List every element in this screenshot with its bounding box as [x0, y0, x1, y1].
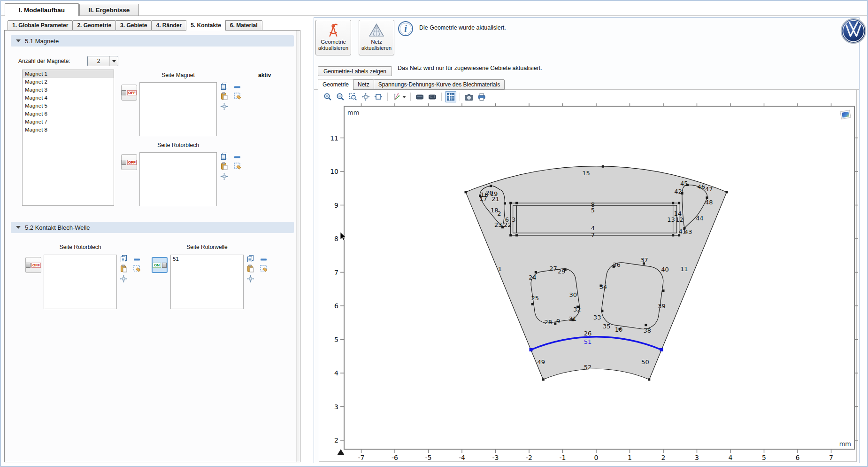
group-title-seite-rotorwelle: Seite Rotorwelle	[170, 244, 244, 250]
paste-icon[interactable]	[220, 92, 228, 100]
magnet-count-select[interactable]: 2	[87, 56, 118, 66]
copy-icon[interactable]	[220, 152, 228, 160]
toggle-square-icon	[26, 263, 31, 268]
toggle-seite-rotorwelle[interactable]: ON	[152, 257, 168, 273]
remove-icon[interactable]	[233, 83, 241, 91]
info-message-geometry: Die Geometrie wurde aktualisiert.	[419, 24, 506, 31]
listbox-seite-rotorblech-2[interactable]	[44, 255, 117, 309]
main-tab-divider	[1, 16, 867, 16]
view-tab-1[interactable]: Geometrie	[318, 79, 353, 90]
zoom-out-button[interactable]	[335, 91, 346, 102]
x-tick-label: 6	[796, 454, 800, 461]
magnet-list-item[interactable]: Magnet 5	[23, 102, 114, 110]
image-copy-button[interactable]	[427, 91, 438, 102]
clear-selection-icon[interactable]	[133, 265, 141, 272]
center-selection-icon[interactable]	[120, 275, 128, 283]
x-tick-label: -4	[459, 454, 465, 461]
remove-icon[interactable]	[233, 153, 241, 161]
tab-ergebnisse[interactable]: II. Ergebnisse	[79, 4, 139, 16]
view-orientation-button[interactable]	[391, 91, 407, 102]
edge-label-27: 27	[549, 265, 557, 272]
x-tick-label: 1	[628, 454, 632, 461]
edge-label-52: 52	[584, 364, 592, 371]
print-button[interactable]	[476, 91, 487, 102]
subtab-1[interactable]: 1. Globale Parameter	[8, 20, 73, 31]
remove-icon[interactable]	[260, 256, 268, 264]
listbox-seite-rotorwelle[interactable]: 51	[170, 255, 244, 309]
edge-label-46: 46	[698, 183, 706, 190]
center-selection-icon[interactable]	[246, 275, 254, 283]
combo-caret[interactable]	[109, 56, 118, 66]
subtab-5[interactable]: 5. Kontakte	[186, 20, 226, 31]
right-panel: Geometrie aktualisieren Netz aktualisier…	[314, 17, 860, 463]
toolbar-separator	[460, 93, 460, 101]
snapshot-camera-button[interactable]	[463, 91, 475, 102]
section-kontakt[interactable]: 5.2 Kontakt Blech-Welle	[11, 222, 294, 233]
update-geometry-label: Geometrie aktualisieren	[316, 39, 351, 51]
edge-label-3: 3	[512, 216, 515, 223]
toggle-seite-rotorblech-2[interactable]: OFF	[25, 257, 41, 273]
remove-icon[interactable]	[133, 256, 141, 264]
magnet-count-value: 2	[88, 58, 109, 64]
zoom-box-button[interactable]	[347, 91, 359, 102]
magnet-list[interactable]: Magnet 1Magnet 2Magnet 3Magnet 4Magnet 5…	[22, 70, 114, 206]
tab-modellaufbau[interactable]: I. Modellaufbau	[5, 3, 79, 16]
listbox-seite-magnet[interactable]	[139, 82, 217, 136]
subtab-2[interactable]: 2. Geometrie	[72, 20, 116, 31]
subtab-6[interactable]: 6. Material	[225, 20, 262, 31]
paste-icon[interactable]	[120, 265, 128, 272]
toggle-square-icon	[162, 263, 167, 268]
magnet-list-item[interactable]: Magnet 6	[23, 110, 114, 118]
view-tab-row: GeometrieNetzSpannungs-Dehnungs-Kurve de…	[318, 79, 504, 90]
left-panel-scrollbar[interactable]	[296, 31, 300, 462]
aktiv-label: aktiv	[258, 72, 271, 78]
plot-thumbnail-icon[interactable]	[840, 110, 851, 119]
geometry-plot[interactable]: -7-6-5-4-3-2-101234567234567891011 mm mm	[330, 103, 860, 461]
clear-selection-icon[interactable]	[233, 162, 241, 170]
magnet-list-item[interactable]: Magnet 8	[23, 126, 114, 134]
magnet-list-item[interactable]: Magnet 1	[23, 70, 114, 78]
edge-label-31: 31	[569, 315, 577, 322]
left-panel: 5.1 Magnete Anzahl der Magnete: 2 Magnet…	[4, 30, 300, 462]
subtab-4[interactable]: 4. Ränder	[151, 20, 186, 31]
edge-label-37: 37	[640, 257, 648, 264]
paste-icon[interactable]	[220, 162, 228, 170]
grid-toggle-button[interactable]	[445, 91, 456, 102]
x-tick-label: -5	[425, 454, 432, 461]
paste-icon[interactable]	[246, 265, 254, 272]
section-kontakt-title: 5.2 Kontakt Blech-Welle	[25, 224, 90, 231]
toggle-seite-magnet[interactable]: OFF	[121, 85, 137, 101]
center-view-button[interactable]	[360, 91, 371, 102]
magnet-list-item[interactable]: Magnet 2	[23, 78, 114, 86]
image-export-button[interactable]	[414, 91, 425, 102]
toggle-seite-rotorblech-1[interactable]: OFF	[121, 154, 137, 170]
list-item-edge-51[interactable]: 51	[171, 255, 243, 262]
rotor-sector[interactable]	[466, 166, 727, 380]
graphics-area: -7-6-5-4-3-2-101234567234567891011 mm mm	[319, 89, 857, 462]
subtab-3[interactable]: 3. Gebiete	[115, 20, 152, 31]
magnet-list-item[interactable]: Magnet 3	[23, 86, 114, 94]
clear-selection-icon[interactable]	[260, 265, 268, 272]
update-geometry-button[interactable]: Geometrie aktualisieren	[315, 20, 351, 55]
icon-col-seite-rotorblech-2	[120, 255, 142, 306]
clear-selection-icon[interactable]	[233, 92, 241, 100]
show-geometry-labels-button[interactable]: Geometrie-Labels zeigen	[318, 66, 392, 76]
copy-icon[interactable]	[120, 255, 128, 263]
edge-label-26: 26	[584, 330, 592, 337]
section-magnete[interactable]: 5.1 Magnete	[11, 35, 294, 47]
copy-icon[interactable]	[246, 255, 254, 263]
zoom-extents-button[interactable]	[373, 91, 384, 102]
toolbar-separator	[410, 93, 411, 101]
center-selection-icon[interactable]	[220, 102, 228, 110]
center-selection-icon[interactable]	[220, 172, 228, 180]
magnet-list-item[interactable]: Magnet 7	[23, 118, 114, 126]
view-tab-2[interactable]: Netz	[353, 79, 374, 90]
magnet-list-item[interactable]: Magnet 4	[23, 94, 114, 102]
zoom-in-button[interactable]	[322, 91, 333, 102]
listbox-seite-rotorblech-1[interactable]	[139, 152, 217, 206]
x-tick-label: -2	[526, 454, 532, 461]
copy-icon[interactable]	[220, 82, 228, 90]
view-tab-3[interactable]: Spannungs-Dehnungs-Kurve des Blechmateri…	[374, 79, 505, 90]
edge-label-38: 38	[643, 327, 651, 334]
update-mesh-button[interactable]: Netz aktualisieren	[359, 20, 394, 55]
